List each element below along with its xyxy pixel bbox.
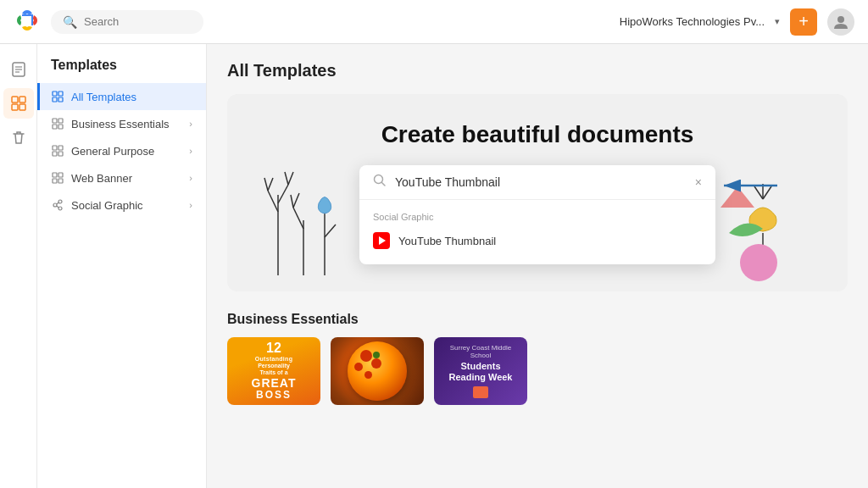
card-text-great-boss: 12 Outstanding Personality Traits of a G… [247,337,302,405]
hero-search-input[interactable]: YouTube Thumbnail [395,175,687,189]
svg-rect-13 [58,92,63,96]
youtube-icon [373,232,390,249]
grid-icon [51,90,64,103]
svg-line-32 [57,206,58,208]
svg-rect-10 [12,104,18,110]
hero-search-bar[interactable]: YouTube Thumbnail × [359,165,715,200]
svg-line-36 [264,178,268,191]
svg-rect-8 [12,97,18,103]
svg-rect-18 [53,125,57,129]
svg-rect-25 [58,173,63,177]
business-grid-icon [51,117,64,130]
template-grid: 12 Outstanding Personality Traits of a G… [227,337,848,405]
svg-rect-20 [53,146,57,150]
sidebar-item-business-essentials[interactable]: Business Essentials › [37,110,206,137]
sidebar-item-social-label: Social Graphic [71,199,143,212]
business-section-title: Business Essentials [227,312,848,327]
user-icon[interactable] [827,8,854,36]
search-clear-button[interactable]: × [695,175,702,189]
search-result-youtube[interactable]: YouTube Thumbnail [359,225,715,256]
page-title: All Templates [227,61,848,80]
deco-right [704,131,822,287]
topbar-search[interactable]: 🔍 [51,10,203,34]
chevron-right-icon-3: › [189,173,192,183]
svg-point-28 [53,203,57,207]
arrow-indicator [720,177,779,197]
svg-rect-24 [53,173,57,177]
sidebar-item-social-graphic[interactable]: Social Graphic › [37,191,206,219]
chevron-right-icon: › [189,119,192,129]
hero-heading: Create beautiful documents [381,121,694,148]
svg-line-31 [57,202,58,204]
company-dropdown-arrow[interactable]: ▾ [775,16,780,27]
template-card-reading-week[interactable]: Surrey Coast Middle School StudentsReadi… [434,337,527,405]
svg-rect-15 [58,97,63,102]
search-icon: 🔍 [63,15,77,29]
icon-nav [0,44,37,488]
svg-rect-12 [53,92,57,96]
nav-doc[interactable] [3,54,34,85]
nav-trash[interactable] [3,122,34,152]
hero-search-icon [373,174,387,191]
svg-line-43 [293,208,303,229]
svg-line-37 [268,178,273,191]
sidebar-item-web-banner[interactable]: Web Banner › [37,164,206,191]
general-grid-icon [51,144,64,158]
svg-point-50 [740,244,777,281]
svg-point-29 [58,200,62,203]
svg-rect-17 [58,119,63,123]
hero-search-container: YouTube Thumbnail × Social Graphic YouTu… [359,165,715,264]
svg-point-30 [58,207,62,210]
sidebar-item-all-templates-label: All Templates [71,91,136,103]
logo[interactable] [14,7,41,37]
svg-line-35 [278,185,288,203]
main-layout: Templates All Templates [0,44,868,488]
topbar: 🔍 HipoWorks Technologies Pv... ▾ + [0,0,868,44]
content-area: All Templates [207,44,868,488]
svg-rect-19 [58,125,63,129]
search-result-label: YouTube Thumbnail [398,235,496,247]
hero-center: Create beautiful documents YouTube Thumb… [359,121,715,264]
svg-rect-14 [53,97,57,102]
template-card-great-boss[interactable]: 12 Outstanding Personality Traits of a G… [227,337,320,405]
nav-templates[interactable] [3,88,34,119]
svg-rect-9 [19,97,25,103]
svg-rect-22 [53,152,57,156]
svg-rect-21 [58,146,63,150]
business-section: Business Essentials 12 Outstanding Perso… [227,312,848,405]
web-grid-icon [51,171,64,185]
sidebar: Templates All Templates [37,44,207,488]
sidebar-title: Templates [37,58,206,83]
svg-rect-11 [19,104,25,110]
deco-left [261,144,363,283]
sidebar-item-general-label: General Purpose [71,145,154,158]
hero-search-box: YouTube Thumbnail × Social Graphic YouTu… [359,165,715,264]
svg-line-41 [325,225,336,237]
topbar-right: HipoWorks Technologies Pv... ▾ + [620,8,854,36]
svg-point-2 [24,17,31,24]
template-card-pizza[interactable] [331,337,424,405]
svg-line-45 [293,193,299,208]
sidebar-item-business-label: Business Essentials [71,118,170,130]
svg-line-38 [285,172,288,185]
sidebar-item-general-purpose[interactable]: General Purpose › [37,137,206,164]
hero-banner: Create beautiful documents YouTube Thumb… [227,94,848,291]
svg-line-52 [382,183,386,186]
add-button[interactable]: + [790,8,817,36]
social-icon [51,198,64,212]
company-name[interactable]: HipoWorks Technologies Pv... [620,15,765,28]
sidebar-item-web-label: Web Banner [71,172,132,185]
svg-rect-26 [53,179,57,183]
sidebar-item-all-templates[interactable]: All Templates [37,83,206,110]
svg-line-39 [288,172,293,185]
svg-rect-27 [58,179,63,183]
search-dropdown-category: Social Graphic [359,208,715,225]
svg-rect-16 [53,119,57,123]
search-dropdown: Social Graphic YouTube Thumbnail [359,200,715,264]
chevron-right-icon-4: › [189,200,192,210]
svg-point-3 [837,16,844,23]
svg-line-34 [268,191,278,212]
search-input[interactable] [84,15,186,28]
svg-rect-23 [58,152,63,156]
svg-line-44 [291,195,293,208]
